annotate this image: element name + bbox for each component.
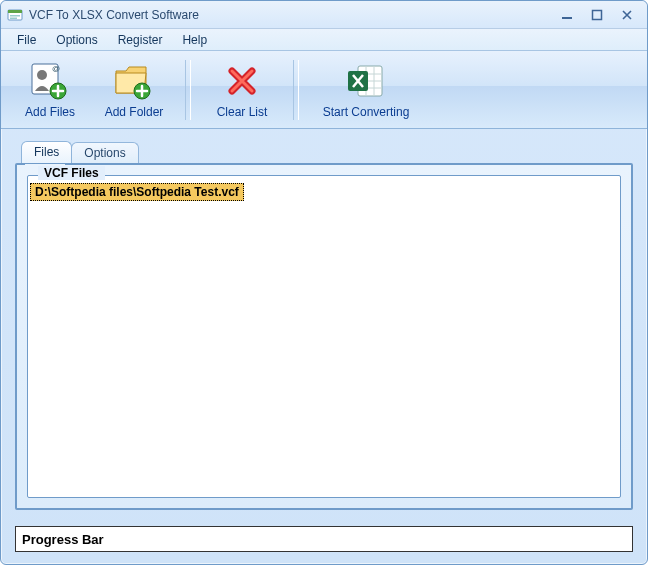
tab-options[interactable]: Options [71,142,138,163]
tab-files[interactable]: Files [21,141,72,163]
svg-rect-5 [593,10,602,19]
clear-icon [220,61,264,101]
contact-add-icon: @ [28,61,72,101]
window-frame: VCF To XLSX Convert Software File Option… [0,0,648,565]
progress-bar: Progress Bar [15,526,633,552]
close-button[interactable] [617,8,637,22]
svg-rect-4 [562,17,572,19]
progress-label: Progress Bar [22,532,104,547]
svg-point-7 [37,70,47,80]
add-files-label: Add Files [25,105,75,119]
app-icon [7,7,23,23]
maximize-button[interactable] [587,8,607,22]
add-folder-button[interactable]: Add Folder [95,55,173,125]
toolbar: @ Add Files Add Folder [1,51,647,129]
vcf-files-list: VCF Files D:\Softpedia files\Softpedia T… [27,175,621,498]
menu-help[interactable]: Help [172,31,217,49]
menubar: File Options Register Help [1,29,647,51]
svg-text:@: @ [52,64,60,73]
tab-panel-files: VCF Files D:\Softpedia files\Softpedia T… [15,163,633,510]
window-controls [557,8,637,22]
folder-add-icon [112,61,156,101]
client-area: Files Options VCF Files D:\Softpedia fil… [1,129,647,520]
menu-file[interactable]: File [7,31,46,49]
vcf-files-legend: VCF Files [38,166,105,180]
minimize-button[interactable] [557,8,577,22]
add-folder-label: Add Folder [105,105,164,119]
excel-icon [344,61,388,101]
start-converting-button[interactable]: Start Converting [311,55,421,125]
menu-register[interactable]: Register [108,31,173,49]
list-item[interactable]: D:\Softpedia files\Softpedia Test.vcf [30,183,244,201]
titlebar[interactable]: VCF To XLSX Convert Software [1,1,647,29]
add-files-button[interactable]: @ Add Files [11,55,89,125]
start-converting-label: Start Converting [323,105,410,119]
tab-strip: Files Options [15,139,633,163]
toolbar-separator [293,60,299,120]
clear-list-button[interactable]: Clear List [203,55,281,125]
vcf-files-list-body[interactable]: D:\Softpedia files\Softpedia Test.vcf [28,176,620,497]
svg-rect-3 [10,17,17,19]
window-title: VCF To XLSX Convert Software [29,8,557,22]
svg-rect-1 [8,10,22,13]
clear-list-label: Clear List [217,105,268,119]
toolbar-separator [185,60,191,120]
menu-options[interactable]: Options [46,31,107,49]
svg-rect-2 [10,15,20,17]
